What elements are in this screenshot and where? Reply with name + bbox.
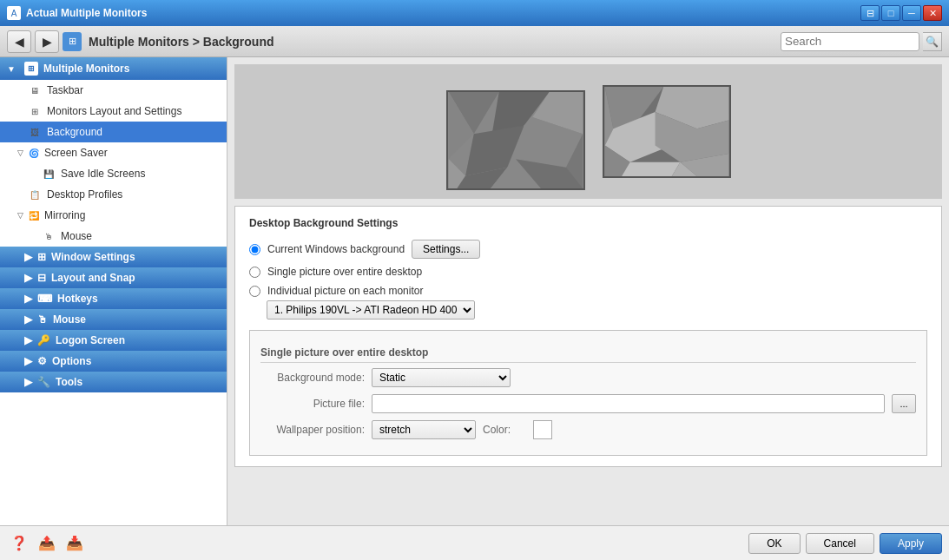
- wallpaper-position-label: Wallpaper position:: [260, 424, 365, 436]
- search-button[interactable]: 🔍: [923, 32, 942, 51]
- sidebar-item-mouse-sub[interactable]: 🖱 Mouse: [0, 226, 227, 247]
- picture-file-row: Picture file: ...: [260, 394, 916, 413]
- section-label: Window Settings: [51, 251, 135, 263]
- color-picker[interactable]: [533, 420, 552, 439]
- browse-button[interactable]: ...: [892, 394, 916, 413]
- section-label: Layout and Snap: [51, 272, 135, 284]
- background-icon: 🖼: [28, 125, 42, 139]
- arrow-icon: ▶: [24, 272, 32, 284]
- monitors-layout-icon: ⊞: [28, 104, 42, 118]
- main-container: ▼ ⊞ Multiple Monitors 🖥 Taskbar ⊞ Monito…: [0, 57, 949, 525]
- monitor-preview-1: [446, 90, 585, 190]
- picture-file-input[interactable]: [372, 394, 885, 413]
- radio-individual-picture-input[interactable]: [249, 286, 260, 297]
- apply-button[interactable]: Apply: [880, 533, 942, 554]
- single-picture-subsection: Single picture over entire desktop Backg…: [249, 330, 927, 456]
- sidebar-item-save-idle-screens[interactable]: 💾 Save Idle Screens: [0, 163, 227, 184]
- sidebar-section-hotkeys[interactable]: ▶ ⌨ Hotkeys: [0, 288, 227, 309]
- radio-current-windows: Current Windows background Settings...: [249, 240, 927, 259]
- arrow-icon: ▶: [24, 293, 32, 305]
- color-label: Color:: [483, 424, 526, 436]
- bottom-bar: ❓ 📤 📥 OK Cancel Apply: [0, 525, 949, 560]
- monitor-preview-2: [603, 85, 731, 178]
- radio-individual-picture-label: Individual picture on each monitor: [267, 285, 423, 297]
- maximize-button[interactable]: □: [881, 5, 900, 21]
- sidebar-section-window-settings[interactable]: ▶ ⊞ Window Settings: [0, 247, 227, 267]
- svg-marker-20: [622, 162, 680, 176]
- section-icon: 🖱: [37, 313, 48, 326]
- monitor-2-background: [604, 87, 729, 176]
- mirroring-collapse-icon: ▽: [17, 211, 23, 220]
- window-controls: ⊟ □ ─ ✕: [860, 5, 942, 21]
- section-icon: ⚙: [37, 355, 47, 367]
- wallpaper-position-dropdown[interactable]: stretch center tile fit fill: [372, 420, 476, 439]
- sub-section-title: Single picture over entire desktop: [260, 346, 916, 363]
- sidebar-item-background[interactable]: 🖼 Background: [0, 122, 227, 142]
- radio-individual-picture: Individual picture on each monitor: [249, 285, 927, 297]
- import-icon[interactable]: 📥: [63, 531, 87, 556]
- sidebar-item-monitors-layout[interactable]: ⊞ Monitors Layout and Settings: [0, 101, 227, 122]
- background-mode-dropdown[interactable]: Static Slideshow Solid Color: [372, 368, 511, 387]
- bottom-buttons: OK Cancel Apply: [748, 533, 942, 554]
- arrow-icon: ▶: [24, 376, 32, 388]
- radio-single-picture-label: Single picture over entire desktop: [267, 266, 422, 278]
- sidebar-item-label: Save Idle Screens: [61, 168, 145, 180]
- ok-button[interactable]: OK: [748, 533, 800, 554]
- restore-button[interactable]: ⊟: [860, 5, 880, 21]
- screen-saver-icon: 🌀: [27, 146, 41, 160]
- sidebar-section-mouse[interactable]: ▶ 🖱 Mouse: [0, 309, 227, 330]
- sidebar-item-label: Mouse: [61, 230, 92, 242]
- settings-button[interactable]: Settings...: [412, 240, 480, 259]
- wallpaper-position-row: Wallpaper position: stretch center tile …: [260, 420, 916, 439]
- back-button[interactable]: ◀: [7, 30, 31, 53]
- sidebar-item-desktop-profiles[interactable]: 📋 Desktop Profiles: [0, 184, 227, 205]
- settings-title: Desktop Background Settings: [249, 217, 927, 229]
- sidebar-item-mirroring[interactable]: ▽ 🔁 Mirroring: [0, 205, 227, 226]
- section-label: Hotkeys: [57, 293, 98, 305]
- breadcrumb-icon: ⊞: [63, 32, 82, 51]
- section-label: Multiple Monitors: [43, 63, 129, 75]
- close-button[interactable]: ✕: [923, 5, 942, 21]
- sidebar-item-label: Taskbar: [47, 84, 83, 96]
- sidebar-section-tools[interactable]: ▶ 🔧 Tools: [0, 372, 227, 392]
- section-label: Mouse: [53, 313, 86, 326]
- export-icon[interactable]: 📤: [35, 531, 59, 556]
- screen-saver-label: Screen Saver: [44, 147, 108, 159]
- mirroring-label: Mirroring: [44, 209, 85, 221]
- search-input[interactable]: [781, 32, 919, 51]
- cancel-button[interactable]: Cancel: [806, 533, 874, 554]
- forward-button[interactable]: ▶: [35, 30, 59, 53]
- sidebar-section-multiple-monitors[interactable]: ▼ ⊞ Multiple Monitors: [0, 57, 227, 80]
- sidebar-item-taskbar[interactable]: 🖥 Taskbar: [0, 80, 227, 101]
- toolbar: ◀ ▶ ⊞ Multiple Monitors > Background 🔍: [0, 26, 949, 57]
- sidebar-item-label: Monitors Layout and Settings: [47, 105, 181, 117]
- section-icon: 🔑: [37, 334, 50, 346]
- arrow-icon: ▶: [24, 313, 32, 326]
- sidebar-section-logon-screen[interactable]: ▶ 🔑 Logon Screen: [0, 330, 227, 351]
- sidebar-item-label: Desktop Profiles: [47, 188, 122, 201]
- title-bar: A Actual Multiple Monitors ⊟ □ ─ ✕: [0, 0, 949, 26]
- help-icon[interactable]: ❓: [7, 531, 31, 556]
- sidebar-item-screen-saver[interactable]: ▽ 🌀 Screen Saver: [0, 142, 227, 163]
- breadcrumb: Multiple Monitors > Background: [89, 35, 777, 49]
- mouse-sub-icon: 🖱: [42, 229, 56, 243]
- save-idle-icon: 💾: [42, 167, 56, 181]
- section-icon: ⊟: [37, 272, 46, 284]
- monitor-dropdown[interactable]: 1. Philips 190VL -> ATI Radeon HD 4000 S…: [267, 300, 475, 320]
- monitor-dropdown-row: 1. Philips 190VL -> ATI Radeon HD 4000 S…: [267, 300, 927, 320]
- section-label: Tools: [56, 376, 82, 388]
- radio-single-picture-input[interactable]: [249, 267, 260, 278]
- monitor-1-background: [448, 92, 583, 188]
- section-icon: 🔧: [37, 376, 50, 388]
- sidebar-section-layout-and-snap[interactable]: ▶ ⊟ Layout and Snap: [0, 267, 227, 288]
- desktop-profiles-icon: 📋: [28, 188, 42, 201]
- sidebar-section-options[interactable]: ▶ ⚙ Options: [0, 351, 227, 372]
- arrow-icon: ▶: [24, 355, 32, 367]
- window-title: Actual Multiple Monitors: [26, 7, 860, 19]
- section-icon: ⌨: [37, 293, 52, 305]
- background-mode-label: Background mode:: [260, 372, 365, 384]
- collapse-arrow: ▼: [7, 64, 16, 74]
- sidebar-item-label: Background: [47, 126, 102, 138]
- radio-current-windows-input[interactable]: [249, 244, 260, 255]
- minimize-button[interactable]: ─: [902, 5, 921, 21]
